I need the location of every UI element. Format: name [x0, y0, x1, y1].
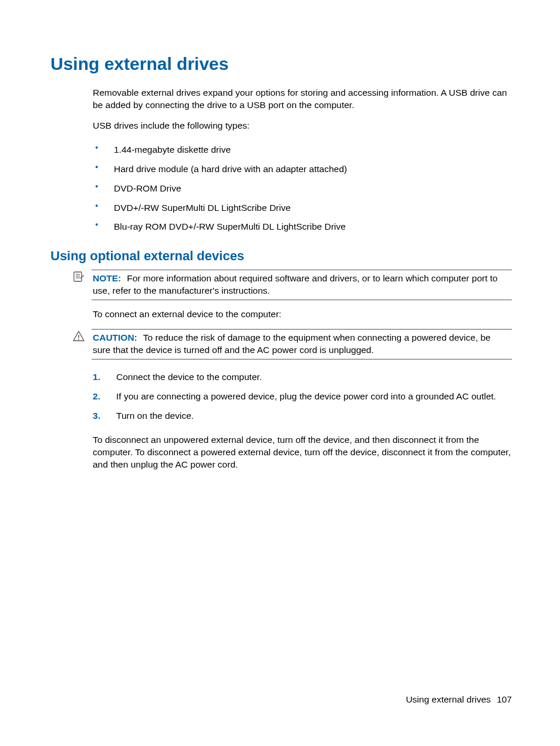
- caution-label: CAUTION:: [93, 332, 137, 342]
- steps-list: Connect the device to the computer. If y…: [93, 368, 512, 426]
- note-callout: NOTE:For more information about required…: [73, 270, 512, 300]
- drive-types-list: 1.44-megabyte diskette drive Hard drive …: [93, 140, 512, 237]
- caution-callout: CAUTION:To reduce the risk of damage to …: [73, 329, 512, 359]
- intro-paragraph-2: USB drives include the following types:: [93, 120, 512, 132]
- step-item: Turn on the device.: [93, 406, 512, 426]
- caution-box: CAUTION:To reduce the risk of damage to …: [92, 329, 512, 359]
- note-box: NOTE:For more information about required…: [92, 270, 512, 300]
- page-title: Using external drives: [50, 54, 512, 74]
- connect-intro: To connect an external device to the com…: [93, 308, 512, 321]
- list-item: DVD+/-RW SuperMulti DL LightScribe Drive: [93, 199, 512, 218]
- svg-point-5: [78, 338, 79, 340]
- intro-paragraph-1: Removable external drives expand your op…: [93, 87, 512, 112]
- list-item: 1.44-megabyte diskette drive: [93, 140, 512, 160]
- intro-block: Removable external drives expand your op…: [93, 87, 512, 237]
- section-heading: Using optional external devices: [50, 248, 512, 264]
- note-icon: [73, 271, 87, 284]
- caution-icon: [73, 331, 87, 344]
- page-number: 107: [497, 694, 512, 704]
- step-item: Connect the device to the computer.: [93, 368, 512, 387]
- caution-text: To reduce the risk of damage to the equi…: [93, 332, 491, 355]
- footer-text: Using external drives: [406, 694, 491, 704]
- document-page: Using external drives Removable external…: [0, 0, 560, 746]
- list-item: Hard drive module (a hard drive with an …: [93, 160, 512, 179]
- list-item: DVD-ROM Drive: [93, 179, 512, 199]
- disconnect-paragraph: To disconnect an unpowered external devi…: [93, 434, 512, 471]
- page-footer: Using external drives107: [406, 694, 512, 705]
- list-item: Blu-ray ROM DVD+/-RW SuperMulti DL Light…: [93, 217, 512, 237]
- svg-rect-0: [74, 272, 82, 281]
- note-text: For more information about required soft…: [93, 273, 498, 295]
- step-item: If you are connecting a powered device, …: [93, 387, 512, 406]
- note-label: NOTE:: [93, 273, 121, 283]
